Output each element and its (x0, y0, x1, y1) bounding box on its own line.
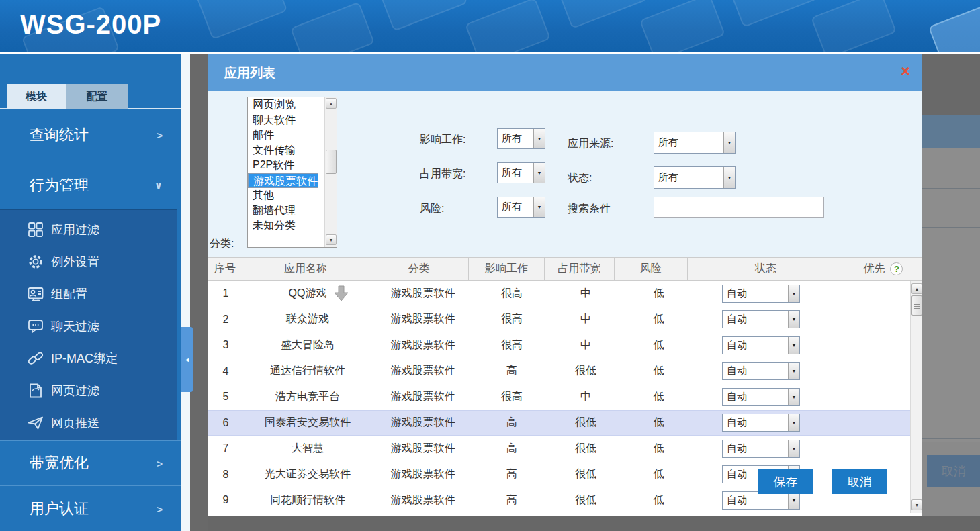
cell-impact: 高 (474, 462, 550, 488)
table-row-selected[interactable]: 6 国泰君安交易软件 游戏股票软件 高 很低 低 自动 ▼ (208, 410, 910, 436)
help-icon[interactable]: ? (890, 262, 903, 275)
cell-no: 8 (208, 462, 243, 488)
select-value: 自动 (723, 492, 788, 509)
dialog-header: 应用列表 × (208, 54, 922, 91)
sidebar-item-user-auth[interactable]: 用户认证 > (0, 485, 181, 531)
cell-bandwidth: 很低 (550, 436, 621, 462)
priority-header-label: 优先 (863, 262, 885, 276)
table-row[interactable]: 4 通达信行情软件 游戏股票软件 高 很低 低 自动 ▼ (208, 358, 910, 385)
table-row[interactable]: 7 大智慧 游戏股票软件 高 很低 低 自动 ▼ (208, 436, 910, 462)
table-row[interactable]: 5 浩方电竞平台 游戏股票软件 很高 中 低 自动 ▼ (208, 384, 910, 410)
cell-category: 游戏股票软件 (372, 384, 474, 410)
group-icon (27, 285, 44, 303)
dimmed-page-left (190, 54, 208, 531)
priority-down-icon[interactable] (332, 285, 350, 301)
scrollbar-thumb[interactable] (326, 150, 337, 174)
status-select[interactable]: 自动 ▼ (722, 388, 800, 406)
category-option[interactable]: 邮件 (248, 128, 325, 143)
cell-bandwidth: 很低 (550, 358, 621, 385)
dropdown-arrow-icon[interactable]: ▼ (723, 132, 735, 153)
dropdown-arrow-icon[interactable]: ▼ (533, 163, 545, 183)
sidebar-item-query-stats[interactable]: 查询统计 > (0, 109, 181, 160)
dropdown-arrow-icon[interactable]: ▼ (533, 197, 545, 217)
dropdown-arrow-icon[interactable]: ▼ (788, 440, 799, 457)
scrollbar-thumb[interactable] (911, 295, 922, 316)
page-icon (27, 382, 44, 399)
sidebar-item-ip-mac-binding[interactable]: IP-MAC绑定 (0, 342, 177, 375)
dropdown-arrow-icon[interactable]: ▼ (533, 129, 545, 148)
dropdown-arrow-icon[interactable]: ▼ (788, 311, 799, 328)
dropdown-arrow-icon[interactable]: ▼ (788, 389, 799, 405)
select-value: 自动 (723, 311, 788, 328)
status-select[interactable]: 自动 ▼ (722, 440, 800, 458)
select-value: 自动 (723, 285, 788, 302)
cell-impact: 很高 (474, 281, 550, 307)
status-filter-select[interactable]: 所有 ▼ (654, 166, 736, 189)
select-value: 所有 (498, 163, 533, 183)
app-table: 序号 应用名称 分类 影响工作 占用带宽 风险 状态 优先 ? 1 QQ游戏 游… (208, 257, 922, 516)
category-option[interactable]: 文件传输 (248, 143, 325, 158)
cell-name: 同花顺行情软件 (243, 487, 372, 514)
save-button[interactable]: 保存 (758, 469, 813, 494)
status-select[interactable]: 自动 ▼ (722, 362, 800, 380)
risk-filter-select[interactable]: 所有 ▼ (497, 197, 545, 218)
dropdown-arrow-icon[interactable]: ▼ (788, 414, 799, 431)
table-row[interactable]: 2 联众游戏 游戏股票软件 很高 中 低 自动 ▼ (208, 307, 910, 333)
impact-filter-select[interactable]: 所有 ▼ (497, 128, 545, 149)
status-select[interactable]: 自动 ▼ (722, 285, 800, 303)
sidebar-item-chat-filter[interactable]: 聊天过滤 (0, 310, 177, 342)
category-option[interactable]: 网页浏览 (248, 97, 325, 113)
dropdown-arrow-icon[interactable]: ▼ (788, 492, 799, 509)
dropdown-arrow-icon[interactable]: ▼ (788, 285, 799, 302)
category-option[interactable]: 其他 (248, 188, 325, 203)
source-filter-select[interactable]: 所有 ▼ (654, 132, 736, 154)
table-scrollbar[interactable]: ▲ ▼ (910, 281, 922, 513)
scroll-up-icon[interactable]: ▲ (911, 283, 922, 294)
thumb-grip (328, 162, 335, 162)
collapse-arrow-icon: ◄ (184, 356, 190, 363)
table-row[interactable]: 1 QQ游戏 游戏股票软件 很高 中 低 自动 ▼ (208, 281, 910, 307)
cell-no: 7 (208, 436, 243, 462)
cell-bandwidth: 中 (550, 307, 621, 333)
sidebar-item-exception-settings[interactable]: 例外设置 (0, 246, 177, 278)
cell-no: 1 (208, 281, 243, 307)
sidebar-collapse-handle[interactable]: ◄ (181, 327, 193, 392)
status-select[interactable]: 自动 ▼ (722, 310, 800, 328)
subitem-label: 网页过滤 (51, 383, 99, 399)
status-select[interactable]: 自动 ▼ (722, 414, 800, 432)
sidebar-item-web-filter[interactable]: 网页过滤 (0, 375, 177, 407)
grid-icon (27, 221, 44, 238)
bandwidth-filter-label: 占用带宽: (420, 167, 465, 181)
category-option[interactable]: 翻墙代理 (248, 203, 325, 219)
subitem-label: 应用过滤 (51, 222, 99, 238)
cancel-button[interactable]: 取消 (832, 469, 887, 494)
search-input[interactable] (654, 197, 824, 218)
sidebar-item-group-config[interactable]: 组配置 (0, 278, 177, 310)
sidebar-item-behavior-mgmt[interactable]: 行为管理 ∨ (0, 160, 181, 209)
sidebar-item-web-push[interactable]: 网页推送 (0, 407, 177, 439)
category-option[interactable]: P2P软件 (248, 158, 325, 173)
table-row[interactable]: 3 盛大冒险岛 游戏股票软件 很高 中 低 自动 ▼ (208, 332, 910, 358)
bandwidth-filter-select[interactable]: 所有 ▼ (497, 162, 545, 183)
status-select[interactable]: 自动 ▼ (722, 336, 800, 354)
section-label: 行为管理 (30, 175, 89, 195)
sidebar-item-app-filter[interactable]: 应用过滤 (0, 213, 177, 246)
dropdown-arrow-icon[interactable]: ▼ (788, 363, 799, 379)
category-option-selected[interactable]: 游戏股票软件 (248, 173, 318, 189)
tab-modules[interactable]: 模块 (7, 84, 66, 109)
category-option[interactable]: 聊天软件 (248, 113, 325, 128)
dropdown-arrow-icon[interactable]: ▼ (723, 167, 735, 188)
chevron-down-icon: ∨ (154, 179, 163, 191)
close-icon[interactable]: × (901, 62, 910, 81)
tab-config[interactable]: 配置 (66, 84, 128, 109)
col-header-priority: 优先 ? (844, 258, 922, 280)
sidebar-item-bandwidth-opt[interactable]: 带宽优化 > (0, 440, 181, 485)
category-option[interactable]: 未知分类 (248, 218, 325, 234)
scroll-down-icon[interactable]: ▼ (326, 234, 337, 245)
col-header-name: 应用名称 (242, 258, 369, 280)
scroll-down-icon[interactable]: ▼ (911, 499, 922, 510)
category-listbox[interactable]: 网页浏览 聊天软件 邮件 文件传输 P2P软件 游戏股票软件 流媒体类 其他 翻… (247, 97, 337, 248)
scroll-up-icon[interactable]: ▲ (326, 98, 337, 109)
listbox-scrollbar[interactable]: ▲ ▼ (324, 97, 337, 247)
dropdown-arrow-icon[interactable]: ▼ (788, 337, 799, 354)
